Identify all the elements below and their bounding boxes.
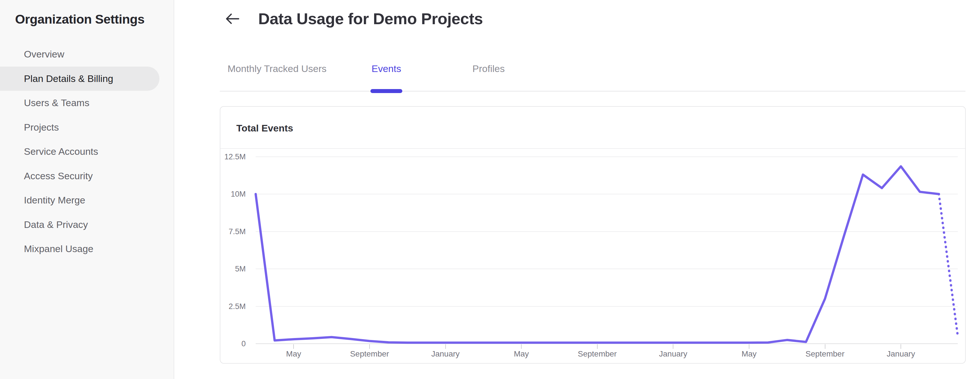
events-line-chart[interactable]	[0, 0, 980, 379]
events-line-projected	[939, 194, 958, 336]
org-settings-page: Organization Settings OverviewPlan Detai…	[0, 0, 980, 379]
events-line-solid	[256, 167, 939, 343]
